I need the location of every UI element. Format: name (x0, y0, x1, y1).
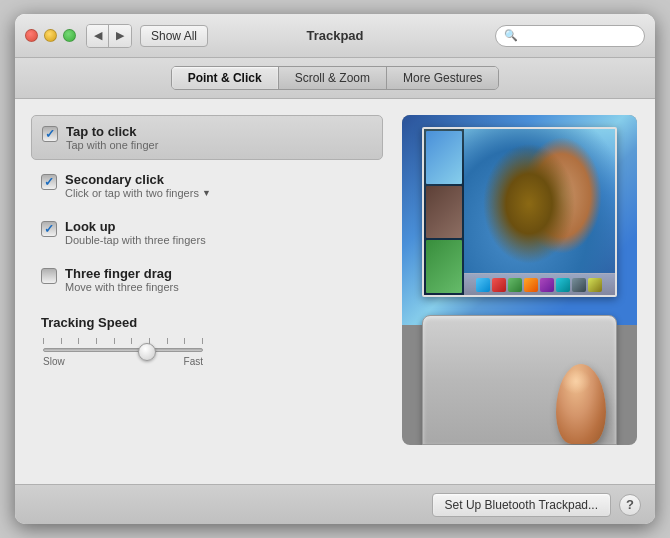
show-all-button[interactable]: Show All (140, 25, 208, 47)
option-three-finger-drag: Three finger drag Move with three finger… (31, 258, 383, 301)
option-desc-look-up: Double-tap with three fingers (65, 234, 206, 246)
traffic-lights (25, 29, 76, 42)
option-text-look-up: Look up Double-tap with three fingers (65, 219, 206, 246)
search-box[interactable]: 🔍 (495, 25, 645, 47)
option-text-three-finger-drag: Three finger drag Move with three finger… (65, 266, 179, 293)
options-panel: Tap to click Tap with one finger Seconda… (31, 115, 383, 468)
content-area: Tap to click Tap with one finger Seconda… (15, 99, 655, 484)
dock (464, 273, 615, 295)
checkbox-secondary-click[interactable] (41, 174, 57, 190)
slider-fast-label: Fast (184, 356, 203, 367)
option-text-tap-to-click: Tap to click Tap with one finger (66, 124, 158, 151)
tick-10 (202, 338, 203, 344)
search-input[interactable] (522, 29, 636, 43)
tab-point-click[interactable]: Point & Click (172, 67, 279, 89)
slider-container: Slow Fast (41, 338, 373, 367)
search-icon: 🔍 (504, 29, 518, 42)
tab-group: Point & Click Scroll & Zoom More Gesture… (171, 66, 500, 90)
slider-ticks (43, 338, 203, 344)
tab-more-gestures[interactable]: More Gestures (387, 67, 498, 89)
option-title-three-finger-drag: Three finger drag (65, 266, 179, 281)
tick-2 (61, 338, 62, 344)
option-desc-secondary-click: Click or tap with two fingers ▼ (65, 187, 211, 199)
help-button[interactable]: ? (619, 494, 641, 516)
tick-4 (96, 338, 97, 344)
tick-1 (43, 338, 44, 344)
tick-3 (78, 338, 79, 344)
dropdown-arrow-icon[interactable]: ▼ (202, 188, 211, 198)
option-title-secondary-click: Secondary click (65, 172, 211, 187)
option-title-look-up: Look up (65, 219, 206, 234)
checkbox-tap-to-click[interactable] (42, 126, 58, 142)
trackpad-panel (399, 115, 639, 468)
dock-icon-5 (540, 278, 554, 292)
footer: Set Up Bluetooth Trackpad... ? (15, 484, 655, 524)
option-desc-three-finger-drag: Move with three fingers (65, 281, 179, 293)
dock-icon-8 (588, 278, 602, 292)
nav-buttons: ◀ ▶ (86, 24, 132, 48)
dock-icon-6 (556, 278, 570, 292)
checkbox-look-up[interactable] (41, 221, 57, 237)
option-text-secondary-click: Secondary click Click or tap with two fi… (65, 172, 211, 199)
tracking-label: Tracking Speed (41, 315, 373, 330)
laptop-screen (402, 115, 637, 325)
tab-scroll-zoom[interactable]: Scroll & Zoom (279, 67, 387, 89)
tick-6 (131, 338, 132, 344)
dock-icon-2 (492, 278, 506, 292)
photo-container (422, 127, 617, 297)
finger-visual (556, 364, 606, 444)
dock-icon-7 (572, 278, 586, 292)
minimize-button[interactable] (44, 29, 57, 42)
dock-icon-4 (524, 278, 538, 292)
option-secondary-click: Secondary click Click or tap with two fi… (31, 164, 383, 207)
trackpad-device (422, 315, 617, 445)
thumb-2 (426, 186, 462, 239)
main-window: ◀ ▶ Show All Trackpad 🔍 Point & Click Sc… (15, 14, 655, 524)
thumb-3 (426, 240, 462, 293)
thumb-1 (426, 131, 462, 184)
option-tap-to-click: Tap to click Tap with one finger (31, 115, 383, 160)
photo-main (424, 129, 615, 295)
option-look-up: Look up Double-tap with three fingers (31, 211, 383, 254)
close-button[interactable] (25, 29, 38, 42)
dock-icon-1 (476, 278, 490, 292)
title-bar: ◀ ▶ Show All Trackpad 🔍 (15, 14, 655, 58)
setup-bluetooth-button[interactable]: Set Up Bluetooth Trackpad... (432, 493, 611, 517)
checkbox-three-finger-drag[interactable] (41, 268, 57, 284)
option-desc-tap-to-click: Tap with one finger (66, 139, 158, 151)
toolbar: Point & Click Scroll & Zoom More Gesture… (15, 58, 655, 99)
thumbnails (424, 129, 464, 295)
dock-icon-3 (508, 278, 522, 292)
tick-8 (167, 338, 168, 344)
slider-track[interactable] (43, 348, 203, 352)
trackpad-visual (402, 115, 637, 445)
slider-thumb[interactable] (138, 343, 156, 361)
forward-button[interactable]: ▶ (109, 25, 131, 47)
slider-labels: Slow Fast (43, 356, 203, 367)
tracking-section: Tracking Speed (31, 315, 383, 367)
maximize-button[interactable] (63, 29, 76, 42)
slider-slow-label: Slow (43, 356, 65, 367)
option-title-tap-to-click: Tap to click (66, 124, 158, 139)
window-title: Trackpad (306, 28, 363, 43)
tick-9 (184, 338, 185, 344)
tick-5 (114, 338, 115, 344)
back-button[interactable]: ◀ (87, 25, 109, 47)
